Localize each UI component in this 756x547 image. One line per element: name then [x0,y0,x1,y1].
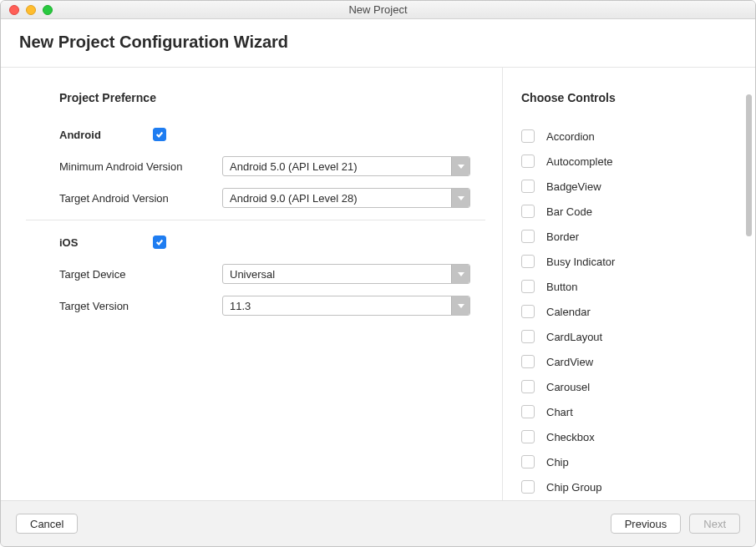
target-version-label: Target Version [59,300,214,312]
target-android-value: Android 9.0 (API Level 28) [223,192,451,205]
controls-pane: Choose Controls AccordionAutocompleteBad… [502,68,755,500]
control-item: BadgeView [521,180,735,193]
control-checkbox[interactable] [521,205,535,218]
control-checkbox[interactable] [521,154,535,168]
control-label: Chart [546,406,573,418]
control-checkbox[interactable] [521,280,535,293]
control-checkbox[interactable] [521,129,535,143]
dialog-footer: Cancel Previous Next [1,500,755,546]
window-title: New Project [1,3,755,16]
next-button: Next [689,514,740,534]
cancel-button[interactable]: Cancel [16,514,78,534]
control-checkbox[interactable] [521,180,535,193]
control-label: Autocomplete [546,155,613,168]
control-item: Carousel [521,380,735,393]
content-area: Project Prefernce Android Minimum Androi… [1,68,755,500]
previous-button[interactable]: Previous [611,514,682,534]
control-checkbox[interactable] [521,305,535,318]
min-android-value: Android 5.0 (API Level 21) [223,160,451,173]
controls-title: Choose Controls [521,91,747,104]
control-label: Chip Group [546,481,601,494]
control-label: CardView [546,356,593,368]
control-checkbox[interactable] [521,330,535,343]
chevron-down-icon [451,157,469,175]
control-label: Carousel [546,381,590,393]
titlebar: New Project [1,1,755,19]
controls-list: AccordionAutocompleteBadgeViewBar CodeBo… [521,129,747,494]
target-device-label: Target Device [59,268,214,281]
control-item: Busy Indicator [521,255,735,268]
control-checkbox[interactable] [521,255,535,268]
window-controls [9,5,53,15]
control-item: Accordion [521,129,735,143]
divider [26,220,485,220]
control-item: Chip [521,455,735,468]
ios-section: iOS Target Device Universal Target Versi… [59,236,485,316]
check-icon [155,238,164,246]
target-device-select[interactable]: Universal [222,264,470,284]
control-item: Chip Group [521,480,735,494]
control-label: CardLayout [546,331,602,343]
control-item: CardView [521,355,735,368]
page-title: New Project Configuration Wizard [19,33,737,52]
control-label: Chip [546,456,569,468]
target-android-select[interactable]: Android 9.0 (API Level 28) [222,188,470,208]
chevron-down-icon [451,296,469,315]
control-label: Bar Code [546,205,592,218]
check-icon [155,130,164,139]
ios-label: iOS [59,236,101,249]
target-version-select[interactable]: 11.3 [222,296,470,316]
control-label: Calendar [546,306,591,318]
control-label: Checkbox [546,431,595,443]
minimize-icon[interactable] [26,5,36,15]
control-label: Button [546,281,578,293]
preferences-title: Project Prefernce [59,91,485,104]
control-item: Calendar [521,305,735,318]
control-label: Busy Indicator [546,256,615,268]
scrollbar-thumb[interactable] [746,94,752,236]
control-item: Checkbox [521,430,735,443]
control-checkbox[interactable] [521,430,535,443]
control-item: CardLayout [521,330,735,343]
control-item: Bar Code [521,205,735,218]
control-label: Accordion [546,130,595,143]
control-item: Button [521,280,735,293]
control-label: Border [546,230,579,243]
chevron-down-icon [451,265,469,283]
control-item: Border [521,230,735,243]
target-device-value: Universal [223,268,451,281]
preferences-pane: Project Prefernce Android Minimum Androi… [1,68,502,500]
min-android-select[interactable]: Android 5.0 (API Level 21) [222,156,470,176]
android-label: Android [59,129,101,141]
control-checkbox[interactable] [521,455,535,468]
zoom-icon[interactable] [43,5,53,15]
chevron-down-icon [451,189,469,207]
control-item: Autocomplete [521,154,735,168]
dialog-header: New Project Configuration Wizard [1,19,755,68]
control-label: BadgeView [546,180,601,193]
control-item: Chart [521,405,735,418]
target-android-label: Target Android Version [59,192,214,205]
control-checkbox[interactable] [521,230,535,243]
close-icon[interactable] [9,5,19,15]
control-checkbox[interactable] [521,480,535,494]
android-section: Android Minimum Android Version Android … [59,128,485,208]
dialog-window: New Project New Project Configuration Wi… [0,0,756,547]
android-checkbox[interactable] [153,128,166,141]
control-checkbox[interactable] [521,405,535,418]
control-checkbox[interactable] [521,380,535,393]
ios-checkbox[interactable] [153,236,166,249]
target-version-value: 11.3 [223,300,451,312]
min-android-label: Minimum Android Version [59,160,214,173]
control-checkbox[interactable] [521,355,535,368]
